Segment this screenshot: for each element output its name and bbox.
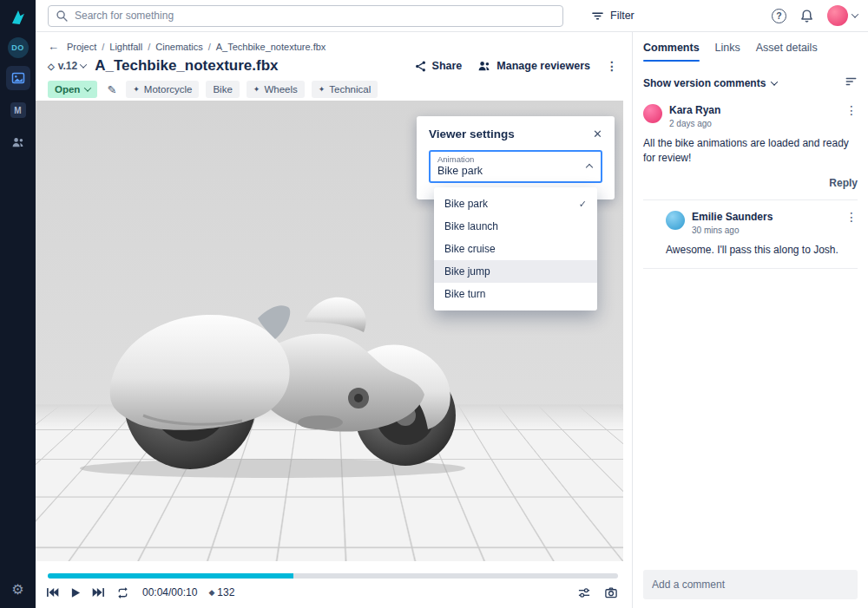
dropdown-option-bike-turn[interactable]: Bike turn	[434, 283, 597, 305]
option-label: Bike launch	[444, 220, 498, 232]
tag-label: Wheels	[264, 84, 297, 95]
skip-back-icon	[46, 587, 59, 598]
search-input[interactable]	[75, 10, 556, 22]
comment-text: Awesome. I'll pass this along to Josh.	[666, 243, 858, 258]
tab-comments[interactable]: Comments	[643, 38, 700, 62]
chevron-down-icon	[771, 78, 778, 85]
share-button[interactable]: Share	[414, 60, 463, 73]
sort-comments-button[interactable]	[845, 75, 858, 90]
viewer-settings-header: Viewer settings ✕	[417, 116, 615, 150]
comment-reply-item: Emilie Saunders 30 mins ago ⋮ Awesome. I…	[633, 200, 868, 258]
dropdown-option-bike-launch[interactable]: Bike launch	[434, 215, 597, 238]
tab-asset-details[interactable]: Asset details	[756, 38, 818, 62]
tag-chip[interactable]: ✦ Technical	[312, 81, 378, 98]
settings-button[interactable]: ⚙	[11, 581, 23, 598]
search-box[interactable]	[48, 5, 563, 27]
close-icon[interactable]: ✕	[593, 127, 602, 141]
screenshot-button[interactable]	[604, 586, 618, 599]
sort-icon	[845, 75, 858, 88]
play-button[interactable]	[70, 587, 81, 598]
tag-chip[interactable]: ✦ Wheels	[247, 81, 305, 98]
chevron-down-icon	[84, 84, 91, 91]
manage-reviewers-button[interactable]: Manage reviewers	[477, 59, 590, 73]
overflow-menu-button[interactable]: ⋮	[606, 60, 618, 72]
nav-teams[interactable]	[6, 130, 30, 154]
animation-dropdown-menu: Bike park ✓ Bike launch Bike cruise Bike…	[434, 187, 597, 311]
breadcrumb-separator: /	[102, 42, 104, 52]
option-label: Bike cruise	[444, 243, 496, 255]
tab-links[interactable]: Links	[715, 38, 740, 62]
timecode: 00:04/00:10	[142, 586, 197, 598]
bike-3d-model	[60, 268, 468, 485]
avatar	[643, 104, 662, 123]
status-label: Open	[55, 84, 80, 95]
breadcrumb-lightfall[interactable]: Lightfall	[109, 42, 142, 52]
user-menu[interactable]	[827, 5, 858, 26]
sparkle-icon: ✦	[133, 85, 140, 94]
timeline-scrubber[interactable]	[48, 573, 618, 579]
edit-tags-button[interactable]: ✎	[107, 83, 116, 96]
breadcrumb-current-file[interactable]: A_Techbike_notexture.fbx	[216, 42, 326, 52]
status-chip[interactable]: Open	[48, 81, 97, 98]
version-selector[interactable]: ◇ v.12	[48, 60, 86, 72]
play-icon	[70, 587, 81, 598]
people-icon	[11, 135, 25, 149]
comment-menu-button[interactable]: ⋮	[845, 211, 858, 223]
app-logo-icon	[9, 8, 28, 27]
version-diamond-icon: ◇	[48, 62, 55, 71]
skip-forward-button[interactable]	[92, 587, 105, 598]
bell-icon	[799, 9, 814, 23]
add-comment-box[interactable]	[643, 570, 858, 599]
version-label: v.12	[58, 60, 77, 72]
panel-tabs: Comments Links Asset details	[633, 38, 868, 62]
skip-back-button[interactable]	[46, 587, 59, 598]
reply-button[interactable]: Reply	[643, 177, 858, 189]
tags-row: Open ✎ ✦ Motorcycle Bike ✦ Wheels ✦ Tech…	[48, 81, 378, 98]
breadcrumb-project[interactable]: Project	[67, 42, 96, 52]
help-button[interactable]: ?	[772, 9, 786, 23]
tag-chip[interactable]: Bike	[206, 81, 239, 98]
dropdown-option-bike-park[interactable]: Bike park ✓	[434, 193, 597, 215]
option-label: Bike park	[444, 198, 488, 210]
app-logo[interactable]	[9, 8, 28, 27]
frame-diamond-icon: ◆	[208, 588, 214, 597]
dropdown-option-bike-jump[interactable]: Bike jump	[434, 260, 597, 283]
frame-counter: ◆ 132	[208, 586, 234, 598]
comment-author: Kara Ryan	[669, 104, 720, 116]
comments-list: Kara Ryan 2 days ago ⋮ All the bike anim…	[633, 94, 868, 269]
breadcrumb-cinematics[interactable]: Cinematics	[155, 42, 202, 52]
comment-timestamp: 30 mins ago	[692, 226, 773, 235]
tag-chip[interactable]: ✦ Motorcycle	[126, 81, 199, 98]
tag-label: Technical	[329, 84, 371, 95]
viewer-settings-title: Viewer settings	[429, 127, 515, 141]
comments-panel: Comments Links Asset details Show versio…	[632, 32, 868, 608]
back-arrow-icon[interactable]: ←	[48, 40, 59, 53]
add-comment-input[interactable]	[652, 579, 849, 591]
version-comments-label: Show version comments	[643, 77, 766, 89]
sparkle-icon: ✦	[319, 85, 326, 94]
option-label: Bike jump	[444, 265, 490, 278]
user-avatar	[827, 5, 848, 26]
viewer-canvas[interactable]: Viewer settings ✕ Animation Bike park Bi…	[36, 101, 623, 561]
title-row: ◇ v.12 A_Techbike_notexture.fbx Share	[48, 55, 618, 77]
topbar: Filter ?	[36, 0, 868, 32]
media-icon	[11, 71, 25, 85]
playback-settings-button[interactable]	[577, 586, 591, 599]
comment-author: Emilie Saunders	[692, 211, 773, 223]
notifications-button[interactable]	[799, 9, 814, 23]
filter-button[interactable]: Filter	[591, 10, 635, 23]
comment-header: Emilie Saunders 30 mins ago ⋮	[666, 211, 858, 235]
search-icon	[56, 10, 69, 23]
version-comments-toggle[interactable]: Show version comments	[633, 62, 868, 94]
nav-assets[interactable]	[6, 66, 30, 90]
comment-text: All the bike animations are loaded and r…	[643, 136, 858, 167]
breadcrumb: ← Project / Lightfall / Cinematics / A_T…	[48, 40, 326, 53]
animation-select[interactable]: Animation Bike park	[429, 150, 602, 183]
reviewers-icon	[477, 59, 491, 73]
workspace-avatar[interactable]: DO	[8, 37, 29, 58]
nav-m-app[interactable]: M	[6, 98, 30, 122]
comment-menu-button[interactable]: ⋮	[845, 104, 858, 116]
dropdown-option-bike-cruise[interactable]: Bike cruise	[434, 238, 597, 260]
loop-button[interactable]	[116, 586, 129, 599]
page-title: A_Techbike_notexture.fbx	[95, 57, 278, 75]
